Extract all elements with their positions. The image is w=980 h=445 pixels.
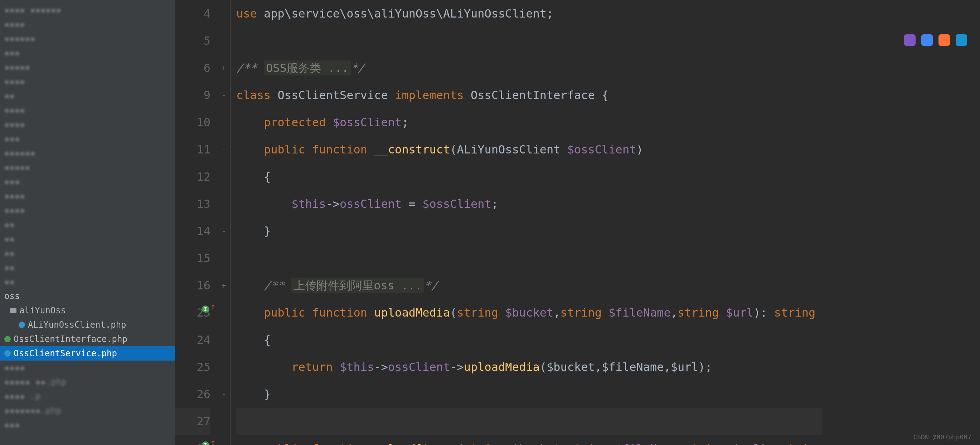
tree-label: OssClientService.php	[14, 348, 117, 358]
tree-item-obscured: ▪▪▪▪	[0, 189, 175, 203]
tree-label: aliYunOss	[19, 305, 66, 316]
tree-item-obscured: ▪▪	[0, 261, 175, 275]
tree-label: ALiYunOssClient.php	[28, 320, 126, 330]
firefox-icon[interactable]	[939, 34, 950, 46]
fold-gutter[interactable]: + - - - + - - -	[218, 0, 231, 445]
chrome-icon[interactable]	[921, 34, 933, 46]
tree-item-obscured: ▪▪	[0, 246, 175, 261]
tree-item-obscured: ▪▪▪▪	[0, 75, 175, 89]
tree-item-obscured: ▪▪	[0, 232, 175, 246]
tree-item-obscured: ▪▪	[0, 275, 175, 289]
folder-icon	[10, 308, 16, 313]
line-number-gutter: 4 5 6 9 10 11 12 13 14 15 16 23 24 25 26…	[175, 0, 218, 445]
browser-icons-toolbar	[904, 34, 967, 46]
safari-icon[interactable]	[956, 34, 967, 46]
tree-item-obscured: ▪▪▪	[0, 132, 175, 146]
interface-icon	[4, 336, 11, 342]
tree-item-obscured: ▪▪▪	[0, 46, 175, 60]
code-area[interactable]: use app\service\oss\aliYunOss\ALiYunOssC…	[231, 0, 822, 445]
override-arrow-icon: ↑	[210, 438, 215, 445]
tree-item-obscured: ▪▪▪▪▪▪▪.php	[0, 404, 175, 418]
class-icon	[19, 322, 25, 328]
tree-item-obscured: ▪▪▪▪ ▪▪▪▪▪▪	[0, 3, 175, 17]
tree-label: OssClientInterface.php	[14, 334, 127, 344]
tree-item-obscured: ▪▪▪	[0, 175, 175, 189]
watermark: CSDN @007php007	[913, 433, 971, 441]
tree-folder-aliyunoss[interactable]: aliYunOss	[0, 304, 175, 318]
tree-item-obscured: ▪▪▪▪▪ ▪▪.php	[0, 375, 175, 389]
tree-item-obscured: ▪▪▪▪	[0, 117, 175, 132]
project-tree[interactable]: ▪▪▪▪ ▪▪▪▪▪▪ ▪▪▪▪ ▪▪▪▪▪▪ ▪▪▪ ▪▪▪▪▪ ▪▪▪▪ ▪…	[0, 0, 175, 445]
tree-item-obscured: ▪▪	[0, 218, 175, 232]
override-arrow-icon: ↑	[210, 302, 215, 312]
tree-file-selected[interactable]: OssClientService.php	[0, 346, 175, 361]
phpstorm-icon[interactable]	[904, 34, 916, 46]
tree-item-obscured: ▪▪▪	[0, 418, 175, 432]
tree-item-obscured: ▪▪▪▪	[0, 361, 175, 375]
inspection-marker-icon[interactable]: I	[202, 305, 209, 313]
tree-item-obscured: ▪▪▪▪▪	[0, 160, 175, 175]
tree-file[interactable]: ALiYunOssClient.php	[0, 318, 175, 332]
code-editor[interactable]: 4 5 6 9 10 11 12 13 14 15 16 23 24 25 26…	[175, 0, 980, 445]
tree-item-obscured: ▪▪▪▪	[0, 103, 175, 117]
class-icon	[4, 350, 11, 357]
tree-item-obscured: ▪▪▪▪	[0, 203, 175, 218]
tree-item-obscured: ▪▪▪▪▪▪	[0, 146, 175, 160]
tree-file[interactable]: OssClientInterface.php	[0, 332, 175, 346]
tree-folder-oss[interactable]: oss	[0, 289, 175, 304]
tree-item-obscured: ▪▪▪▪	[0, 17, 175, 32]
tree-item-obscured: ▪▪▪▪▪▪	[0, 32, 175, 46]
tree-item-obscured: ▪▪▪▪▪	[0, 60, 175, 75]
tree-item-obscured: ▪▪▪▪ .p	[0, 389, 175, 404]
tree-item-obscured: ▪▪	[0, 89, 175, 103]
